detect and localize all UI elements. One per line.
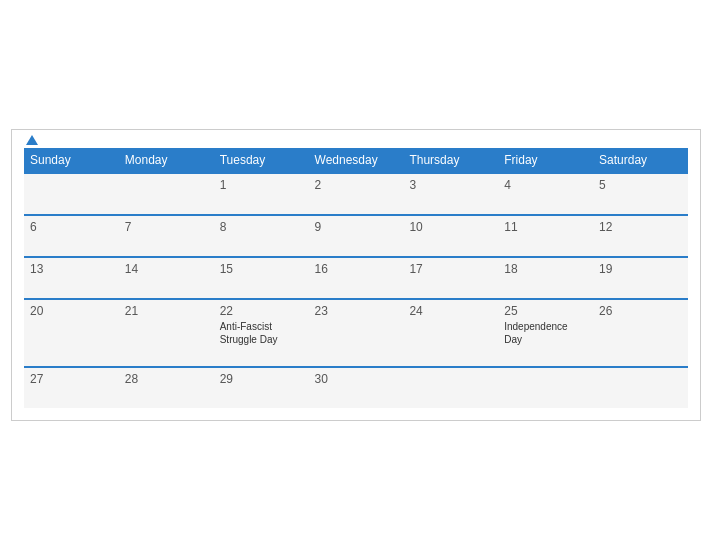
calendar-cell: 7 [119,215,214,257]
calendar-cell: 11 [498,215,593,257]
day-number: 9 [315,220,398,234]
weekday-header-row: Sunday Monday Tuesday Wednesday Thursday… [24,148,688,173]
calendar-cell: 25Independence Day [498,299,593,367]
header-wednesday: Wednesday [309,148,404,173]
day-number: 17 [409,262,492,276]
calendar-cell: 16 [309,257,404,299]
calendar-cell: 30 [309,367,404,408]
day-number: 23 [315,304,398,318]
calendar-cell: 18 [498,257,593,299]
day-number: 6 [30,220,113,234]
day-number: 15 [220,262,303,276]
calendar-cell: 28 [119,367,214,408]
calendar-cell: 14 [119,257,214,299]
day-number: 16 [315,262,398,276]
calendar-week-row: 13141516171819 [24,257,688,299]
calendar-cell: 15 [214,257,309,299]
day-number: 24 [409,304,492,318]
day-number: 3 [409,178,492,192]
header-thursday: Thursday [403,148,498,173]
day-number: 27 [30,372,113,386]
calendar-cell: 19 [593,257,688,299]
day-number: 28 [125,372,208,386]
calendar-week-row: 12345 [24,173,688,215]
day-number: 4 [504,178,587,192]
day-number: 12 [599,220,682,234]
calendar-cell [403,367,498,408]
calendar-cell: 20 [24,299,119,367]
calendar-cell [593,367,688,408]
calendar-cell: 13 [24,257,119,299]
day-number: 30 [315,372,398,386]
day-number: 20 [30,304,113,318]
day-number: 26 [599,304,682,318]
calendar-cell: 22Anti-Fascist Struggle Day [214,299,309,367]
day-number: 8 [220,220,303,234]
day-number: 29 [220,372,303,386]
day-number: 13 [30,262,113,276]
header-saturday: Saturday [593,148,688,173]
calendar-cell: 21 [119,299,214,367]
calendar-cell: 5 [593,173,688,215]
day-number: 11 [504,220,587,234]
day-number: 22 [220,304,303,318]
calendar-cell: 3 [403,173,498,215]
calendar-week-row: 202122Anti-Fascist Struggle Day232425Ind… [24,299,688,367]
calendar-week-row: 27282930 [24,367,688,408]
calendar-cell: 29 [214,367,309,408]
calendar-cell [24,173,119,215]
day-number: 18 [504,262,587,276]
calendar-container: Sunday Monday Tuesday Wednesday Thursday… [11,129,701,421]
day-number: 7 [125,220,208,234]
day-number: 21 [125,304,208,318]
calendar-cell: 24 [403,299,498,367]
logo-triangle-icon [26,135,38,145]
day-number: 5 [599,178,682,192]
calendar-week-row: 6789101112 [24,215,688,257]
day-number: 25 [504,304,587,318]
day-number: 1 [220,178,303,192]
calendar-cell: 12 [593,215,688,257]
calendar-cell: 2 [309,173,404,215]
calendar-cell: 9 [309,215,404,257]
calendar-cell: 17 [403,257,498,299]
calendar-cell: 1 [214,173,309,215]
logo [24,135,38,145]
calendar-cell: 26 [593,299,688,367]
calendar-cell: 8 [214,215,309,257]
header-monday: Monday [119,148,214,173]
holiday-name: Independence Day [504,320,587,346]
day-number: 2 [315,178,398,192]
calendar-cell [498,367,593,408]
calendar-cell: 23 [309,299,404,367]
calendar-cell: 6 [24,215,119,257]
calendar-cell: 4 [498,173,593,215]
holiday-name: Anti-Fascist Struggle Day [220,320,303,346]
calendar-cell: 27 [24,367,119,408]
calendar-grid: Sunday Monday Tuesday Wednesday Thursday… [24,148,688,408]
calendar-cell: 10 [403,215,498,257]
header-friday: Friday [498,148,593,173]
calendar-cell [119,173,214,215]
day-number: 10 [409,220,492,234]
header-sunday: Sunday [24,148,119,173]
day-number: 19 [599,262,682,276]
header-tuesday: Tuesday [214,148,309,173]
day-number: 14 [125,262,208,276]
